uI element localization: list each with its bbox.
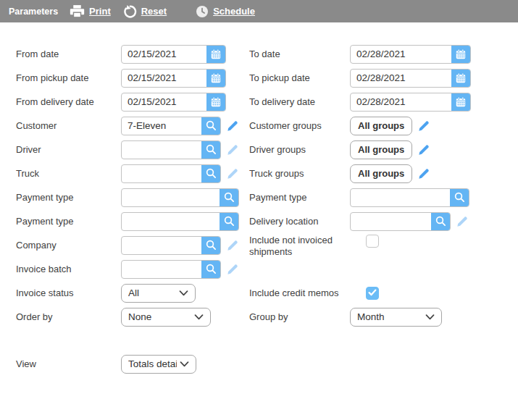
from-date-row: From date (16, 42, 249, 66)
payment-type-2-input[interactable] (122, 213, 220, 230)
invoice-batch-edit-pencil-button (226, 263, 239, 276)
customer-groups-label: Customer groups (249, 120, 350, 132)
schedule-button[interactable]: Schedule (196, 5, 255, 18)
customer-input[interactable] (122, 117, 201, 135)
include-not-invoiced-checkbox[interactable] (366, 235, 379, 248)
to-pickup-date-input[interactable] (351, 70, 451, 87)
to-delivery-date-calendar-button[interactable] (451, 93, 470, 111)
calendar-icon (210, 49, 222, 60)
invoice-batch-input[interactable] (122, 261, 201, 278)
invoice-batch-label: Invoice batch (16, 264, 121, 275)
invoice-batch-row: Invoice batch (16, 257, 249, 281)
customer-label: Customer (16, 120, 121, 132)
driver-label: Driver (16, 144, 121, 156)
payment-type-2-field (121, 212, 239, 231)
company-edit-pencil-button (226, 239, 239, 252)
customer-groups-button[interactable]: All groups (350, 117, 412, 135)
delivery-location-row: Delivery location (249, 209, 518, 233)
company-search-button[interactable] (201, 237, 220, 254)
customer-search-button[interactable] (201, 117, 220, 135)
to-date-calendar-button[interactable] (451, 46, 470, 63)
reset-button[interactable]: Reset (122, 4, 167, 19)
pencil-icon (417, 143, 430, 156)
invoice-status-select[interactable]: All (121, 284, 196, 303)
to-pickup-date-field (350, 69, 471, 88)
print-button[interactable]: Print (70, 4, 111, 18)
from-delivery-date-input[interactable] (122, 93, 206, 111)
reset-icon (122, 4, 137, 19)
driver-groups-edit-pencil-button[interactable] (417, 143, 430, 156)
order-by-row: Order by None (16, 305, 249, 329)
from-pickup-date-input[interactable] (122, 70, 206, 87)
truck-groups-edit-pencil-button[interactable] (417, 167, 430, 180)
payment-type-2-search-button[interactable] (220, 213, 238, 230)
truck-groups-button[interactable]: All groups (350, 164, 412, 183)
calendar-icon (210, 72, 222, 84)
delivery-location-field (350, 212, 451, 231)
search-icon (435, 215, 447, 227)
company-input[interactable] (122, 237, 201, 254)
truck-search-button[interactable] (201, 165, 220, 182)
driver-search-button[interactable] (201, 141, 220, 159)
search-icon (205, 167, 217, 180)
from-pickup-date-calendar-button[interactable] (206, 70, 225, 87)
truck-groups-row: Truck groups All groups (249, 161, 518, 185)
to-date-label: To date (249, 49, 350, 60)
payment-type-right-input[interactable] (351, 189, 450, 206)
customer-row: Customer (16, 114, 249, 138)
driver-groups-row: Driver groups All groups (249, 138, 518, 161)
calendar-icon (455, 96, 467, 108)
invoice-status-row: Invoice status All (16, 281, 249, 305)
to-date-row: To date (249, 42, 518, 66)
order-by-value: None (128, 311, 191, 322)
from-delivery-date-calendar-button[interactable] (206, 93, 225, 111)
from-date-calendar-button[interactable] (206, 46, 225, 63)
invoice-batch-search-button[interactable] (201, 261, 220, 278)
order-by-select[interactable]: None (121, 308, 211, 327)
driver-input[interactable] (122, 141, 201, 159)
check-icon (368, 287, 377, 298)
payment-type-1-search-button[interactable] (220, 189, 238, 206)
include-credit-memos-checkbox[interactable] (366, 287, 379, 300)
group-by-select[interactable]: Month (350, 308, 442, 327)
pencil-icon (456, 215, 469, 228)
reset-button-label: Reset (141, 6, 167, 17)
to-pickup-date-label: To pickup date (249, 72, 350, 84)
from-date-input[interactable] (122, 46, 206, 63)
payment-type-1-row: Payment type (16, 185, 249, 209)
schedule-button-label: Schedule (213, 6, 255, 17)
view-select[interactable]: Totals detail (121, 355, 196, 374)
chevron-down-icon (180, 361, 189, 367)
search-icon (223, 215, 235, 227)
to-date-input[interactable] (351, 46, 451, 63)
company-row: Company (16, 233, 249, 257)
truck-input[interactable] (122, 165, 201, 182)
pencil-icon (417, 167, 430, 180)
include-not-invoiced-row: Include not invoiced shipments (249, 233, 518, 257)
to-date-field (350, 45, 471, 64)
payment-type-1-field (121, 188, 239, 207)
spacer (249, 257, 518, 281)
to-delivery-date-input[interactable] (351, 93, 451, 111)
group-by-row: Group by Month (249, 305, 518, 329)
clock-icon (196, 5, 209, 18)
payment-type-right-field (350, 188, 469, 207)
search-icon (223, 191, 235, 203)
to-delivery-date-label: To delivery date (249, 96, 350, 108)
delivery-location-edit-pencil-button (456, 215, 469, 228)
to-pickup-date-calendar-button[interactable] (451, 70, 470, 87)
customer-edit-pencil-button[interactable] (226, 119, 239, 133)
payment-type-2-label: Payment type (16, 216, 121, 227)
driver-groups-button[interactable]: All groups (350, 140, 412, 159)
delivery-location-input[interactable] (351, 213, 431, 230)
search-icon (205, 143, 217, 156)
customer-groups-edit-pencil-button[interactable] (417, 119, 430, 133)
delivery-location-search-button[interactable] (431, 213, 450, 230)
truck-edit-pencil-button (226, 167, 239, 180)
payment-type-1-input[interactable] (122, 189, 220, 206)
chevron-down-icon (179, 290, 188, 296)
payment-type-right-search-button[interactable] (450, 189, 469, 206)
payment-type-2-row: Payment type (16, 209, 249, 233)
include-credit-memos-row: Include credit memos (249, 281, 518, 305)
to-pickup-date-row: To pickup date (249, 66, 518, 90)
